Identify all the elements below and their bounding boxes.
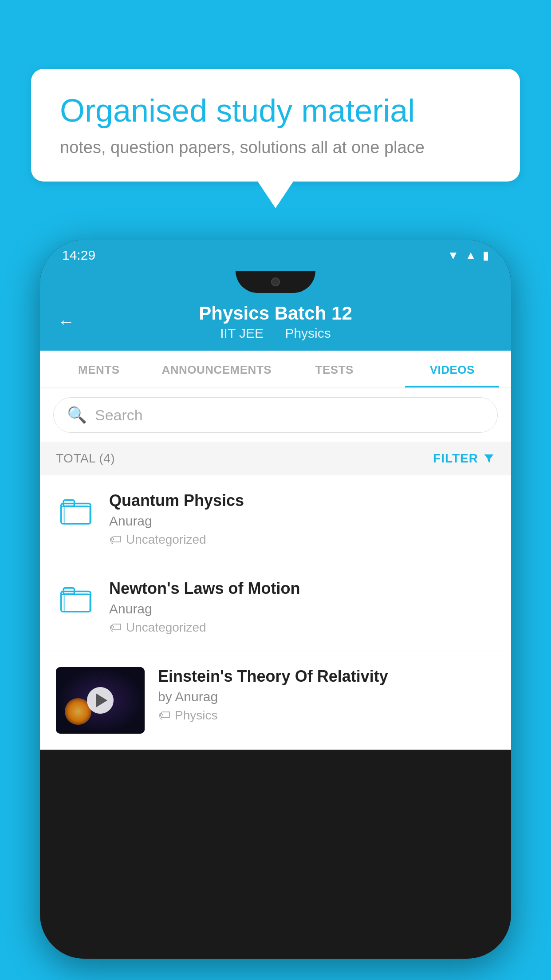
play-icon xyxy=(96,693,107,707)
filter-button[interactable]: FILTER xyxy=(433,451,495,466)
tag-label-2: Uncategorized xyxy=(126,620,206,635)
video-info-1: Quantum Physics Anurag 🏷 Uncategorized xyxy=(109,491,495,547)
speech-bubble-section: Organised study material notes, question… xyxy=(31,69,520,208)
tag-label-3: Physics xyxy=(175,708,217,723)
video-tag-3: 🏷 Physics xyxy=(158,708,495,723)
video-icon-wrap-2 xyxy=(56,579,96,619)
bubble-subtitle: notes, question papers, solutions all at… xyxy=(60,138,491,157)
wifi-icon: ▼ xyxy=(448,249,459,262)
notch xyxy=(236,271,315,293)
tag-icon-2: 🏷 xyxy=(109,620,122,635)
video-author-2: Anurag xyxy=(109,601,495,616)
tag-icon-3: 🏷 xyxy=(158,708,170,723)
status-time: 14:29 xyxy=(62,248,95,263)
search-bar[interactable]: 🔍 Search xyxy=(53,397,498,433)
svg-marker-0 xyxy=(484,454,494,463)
video-item-quantum[interactable]: Quantum Physics Anurag 🏷 Uncategorized xyxy=(40,475,511,563)
play-button-einstein[interactable] xyxy=(87,687,114,714)
tab-tests[interactable]: TESTS xyxy=(276,351,394,387)
header-subtitle-1: IIT JEE xyxy=(220,326,264,340)
video-thumbnail-einstein[interactable] xyxy=(56,667,145,734)
video-author-3: by Anurag xyxy=(158,689,495,704)
tag-icon-1: 🏷 xyxy=(109,532,122,547)
filter-row: TOTAL (4) FILTER xyxy=(40,442,511,475)
tabs-bar: MENTS ANNOUNCEMENTS TESTS VIDEOS xyxy=(40,351,511,388)
header-subtitle-2: Physics xyxy=(285,326,331,340)
search-placeholder: Search xyxy=(95,407,143,424)
camera xyxy=(271,277,280,286)
total-count: TOTAL (4) xyxy=(56,451,115,466)
video-info-3: Einstein's Theory Of Relativity by Anura… xyxy=(158,667,495,723)
video-list: Quantum Physics Anurag 🏷 Uncategorized xyxy=(40,475,511,750)
folder-icon-1 xyxy=(60,498,91,525)
speech-bubble: Organised study material notes, question… xyxy=(31,69,520,182)
video-item-einstein[interactable]: Einstein's Theory Of Relativity by Anura… xyxy=(40,651,511,750)
tag-label-1: Uncategorized xyxy=(126,533,206,547)
app-header: ← Physics Batch 12 IIT JEE Physics xyxy=(40,293,511,351)
filter-icon xyxy=(483,452,495,465)
bubble-tail xyxy=(258,182,293,208)
notch-area xyxy=(40,271,511,293)
video-icon-wrap-1 xyxy=(56,491,96,531)
battery-icon: ▮ xyxy=(483,249,489,262)
search-section: 🔍 Search xyxy=(40,388,511,442)
video-info-2: Newton's Laws of Motion Anurag 🏷 Uncateg… xyxy=(109,579,495,635)
folder-icon-2 xyxy=(60,586,91,612)
signal-icon: ▲ xyxy=(465,249,476,262)
bubble-title: Organised study material xyxy=(60,93,491,128)
tab-announcements[interactable]: ANNOUNCEMENTS xyxy=(158,351,276,387)
status-icons: ▼ ▲ ▮ xyxy=(448,249,489,262)
video-tag-1: 🏷 Uncategorized xyxy=(109,532,495,547)
video-title-3: Einstein's Theory Of Relativity xyxy=(158,667,495,686)
video-title-2: Newton's Laws of Motion xyxy=(109,579,495,598)
header-title: Physics Batch 12 xyxy=(199,303,352,324)
header-subtitle: IIT JEE Physics xyxy=(216,326,335,341)
search-icon: 🔍 xyxy=(67,406,87,424)
phone-device: 14:29 ▼ ▲ ▮ ← Physics Batch 12 IIT JEE P… xyxy=(40,240,511,959)
tab-videos[interactable]: VIDEOS xyxy=(394,351,512,387)
video-tag-2: 🏷 Uncategorized xyxy=(109,620,495,635)
video-title-1: Quantum Physics xyxy=(109,491,495,510)
svg-rect-6 xyxy=(64,594,90,612)
svg-rect-3 xyxy=(64,506,90,524)
back-button[interactable]: ← xyxy=(58,312,75,332)
video-author-1: Anurag xyxy=(109,514,495,529)
status-bar: 14:29 ▼ ▲ ▮ xyxy=(40,240,511,271)
video-item-newton[interactable]: Newton's Laws of Motion Anurag 🏷 Uncateg… xyxy=(40,563,511,651)
filter-label: FILTER xyxy=(433,451,478,466)
tab-ments[interactable]: MENTS xyxy=(40,351,158,387)
